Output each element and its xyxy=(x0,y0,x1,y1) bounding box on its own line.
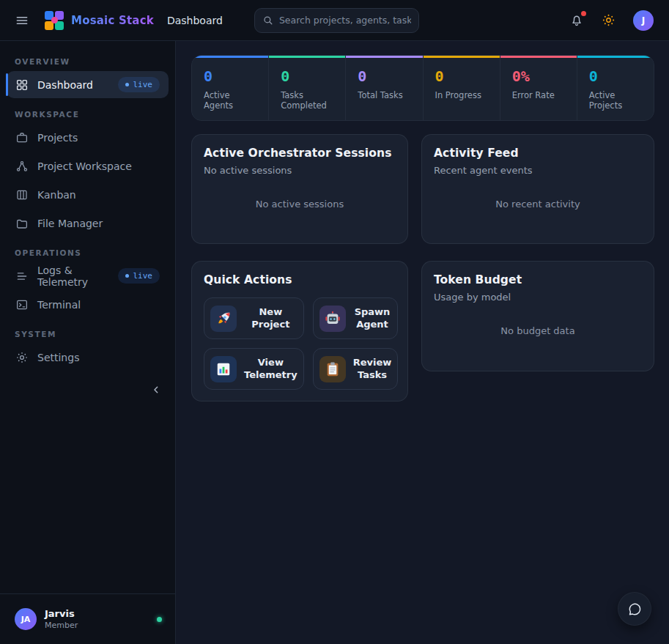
sidebar-user-section[interactable]: JA Jarvis Member xyxy=(0,593,175,644)
sidebar-item-label: Project Workspace xyxy=(37,160,132,172)
live-badge: live xyxy=(118,268,160,284)
hamburger-menu-button[interactable] xyxy=(15,13,29,28)
sidebar-item-terminal[interactable]: Terminal xyxy=(7,291,169,318)
stat-value: 0 xyxy=(435,67,488,85)
stat-card-tasks-completed: 0 Tasks Completed xyxy=(269,56,345,120)
app-header: Mosaic Stack Dashboard J xyxy=(0,0,669,41)
review-tasks-button[interactable]: Review Tasks xyxy=(313,348,399,390)
live-dot-icon xyxy=(125,83,129,86)
user-avatar[interactable]: J xyxy=(633,10,654,31)
page-title: Dashboard xyxy=(167,15,223,26)
stat-value: 0 xyxy=(358,67,410,85)
user-role: Member xyxy=(45,621,78,630)
user-avatar-initials: JA xyxy=(15,608,37,630)
user-name: Jarvis xyxy=(45,608,78,619)
quick-action-label: Spawn Agent xyxy=(353,306,392,331)
stat-value: 0% xyxy=(512,67,565,85)
logo-center-dot xyxy=(51,17,58,23)
empty-state-text: No active sessions xyxy=(204,176,396,232)
card-subtitle: Recent agent events xyxy=(434,165,642,176)
stat-card-active-projects: 0 Active Projects xyxy=(577,56,654,120)
main-content: 0 Active Agents 0 Tasks Completed 0 Tota… xyxy=(176,41,669,644)
stat-card-in-progress: 0 In Progress xyxy=(424,56,500,120)
robot-icon xyxy=(319,306,346,332)
card-subtitle: No active sessions xyxy=(204,165,396,176)
active-sessions-card: Active Orchestrator Sessions No active s… xyxy=(191,134,408,244)
notification-badge-dot xyxy=(581,11,586,16)
spawn-agent-button[interactable]: Spawn Agent xyxy=(313,297,399,339)
stat-label: In Progress xyxy=(435,90,488,100)
new-project-button[interactable]: New Project xyxy=(204,297,304,339)
stat-label: Active Projects xyxy=(589,90,642,111)
sidebar-item-file-manager[interactable]: File Manager xyxy=(7,210,169,237)
section-label-workspace: WORKSPACE xyxy=(15,110,160,119)
activity-feed-card: Activity Feed Recent agent events No rec… xyxy=(421,134,654,244)
stat-label: Total Tasks xyxy=(358,90,410,100)
quick-action-label: Review Tasks xyxy=(353,357,392,382)
sidebar-item-label: Projects xyxy=(37,132,78,144)
sidebar-item-projects[interactable]: Projects xyxy=(7,124,169,151)
clipboard-icon xyxy=(319,356,346,382)
quick-actions-grid: New Project Spawn Agent View Telemetry xyxy=(204,297,396,390)
live-dot-icon xyxy=(125,274,129,278)
card-title: Activity Feed xyxy=(434,147,642,160)
brand-name: Mosaic Stack xyxy=(71,14,154,27)
stat-card-active-agents: 0 Active Agents xyxy=(192,56,268,120)
search-icon xyxy=(262,15,273,26)
sidebar-item-label: Dashboard xyxy=(37,79,93,91)
stat-card-total-tasks: 0 Total Tasks xyxy=(346,56,422,120)
chat-bubble-icon xyxy=(627,602,643,617)
stat-value: 0 xyxy=(204,67,256,85)
cards-grid: Active Orchestrator Sessions No active s… xyxy=(191,134,654,401)
stat-value: 0 xyxy=(281,67,333,85)
view-telemetry-button[interactable]: View Telemetry xyxy=(204,348,304,390)
kanban-columns-icon xyxy=(15,188,29,201)
dashboard-grid-icon xyxy=(15,78,29,92)
live-badge: live xyxy=(118,77,160,92)
terminal-icon xyxy=(15,298,29,311)
theme-toggle-button[interactable] xyxy=(602,13,616,27)
quick-action-label: View Telemetry xyxy=(244,357,297,382)
stats-row: 0 Active Agents 0 Tasks Completed 0 Tota… xyxy=(191,55,654,121)
stat-card-error-rate: 0% Error Rate xyxy=(500,56,577,120)
chevron-left-icon xyxy=(150,384,162,396)
sidebar-item-kanban[interactable]: Kanban xyxy=(7,181,169,208)
stat-value: 0 xyxy=(589,67,642,85)
sidebar-item-label: Logs & Telemetry xyxy=(37,264,109,288)
empty-state-text: No recent activity xyxy=(434,176,642,232)
rocket-icon xyxy=(210,306,237,332)
search-bar[interactable] xyxy=(254,8,419,33)
org-nodes-icon xyxy=(15,160,29,173)
header-actions: J xyxy=(569,10,654,31)
card-title: Active Orchestrator Sessions xyxy=(204,147,396,160)
quick-actions-card: Quick Actions New Project Spawn Agent xyxy=(191,261,408,401)
stat-label: Error Rate xyxy=(512,90,565,100)
sidebar-item-project-workspace[interactable]: Project Workspace xyxy=(7,152,169,179)
sun-icon xyxy=(602,13,616,27)
sidebar-collapse-button[interactable] xyxy=(150,384,162,396)
bar-chart-icon xyxy=(210,356,237,382)
card-title: Token Budget xyxy=(434,273,642,286)
notifications-button[interactable] xyxy=(569,13,584,28)
mosaic-logo-icon[interactable] xyxy=(45,11,64,30)
sidebar-item-logs-telemetry[interactable]: Logs & Telemetry live xyxy=(7,262,169,289)
chat-fab-button[interactable] xyxy=(618,592,651,626)
empty-state-text: No budget data xyxy=(434,303,642,359)
card-subtitle: Usage by model xyxy=(434,292,642,303)
sidebar-item-label: Settings xyxy=(37,352,79,363)
section-label-system: SYSTEM xyxy=(15,330,160,338)
search-input[interactable] xyxy=(279,15,411,26)
sidebar-item-label: Kanban xyxy=(37,189,76,201)
quick-action-label: New Project xyxy=(244,306,297,331)
stat-label: Active Agents xyxy=(204,90,256,111)
sidebar-item-dashboard[interactable]: Dashboard live xyxy=(7,71,169,98)
section-label-operations: OPERATIONS xyxy=(15,248,160,257)
sidebar-item-label: File Manager xyxy=(37,218,103,229)
card-title: Quick Actions xyxy=(204,273,396,286)
briefcase-icon xyxy=(15,131,29,144)
online-status-dot xyxy=(157,617,162,622)
sidebar-item-settings[interactable]: Settings xyxy=(7,344,169,371)
token-budget-card: Token Budget Usage by model No budget da… xyxy=(421,261,654,371)
sidebar-item-label: Terminal xyxy=(37,299,81,311)
folder-icon xyxy=(15,217,29,230)
